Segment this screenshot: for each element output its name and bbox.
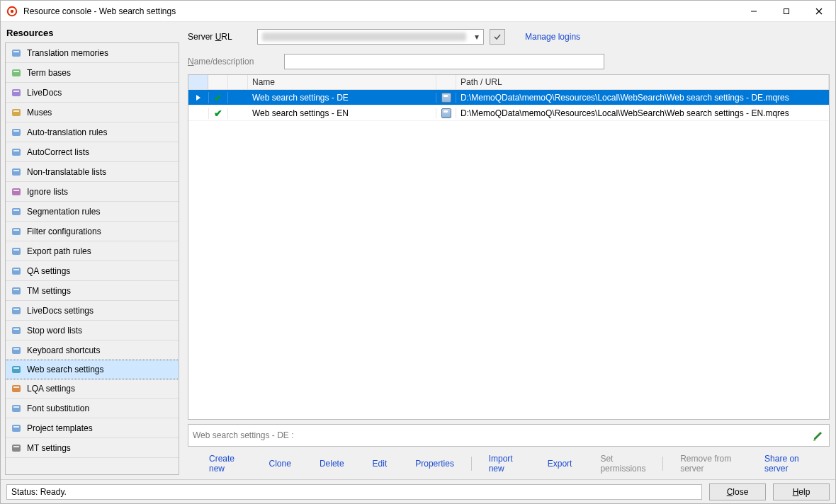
svg-marker-49 <box>814 432 822 440</box>
detail-box: Web search settings - DE : <box>188 424 830 447</box>
minimize-button[interactable] <box>738 1 770 22</box>
sidebar-item[interactable]: Segmentation rules <box>6 202 179 222</box>
maximize-button[interactable] <box>770 1 803 22</box>
manage-logins-link[interactable]: Manage logins <box>525 32 580 42</box>
row-path: D:\MemoQData\memoQ\Resources\Local\WebSe… <box>456 108 829 118</box>
svg-rect-16 <box>12 149 21 156</box>
grid-header-select[interactable] <box>188 75 208 89</box>
svg-rect-8 <box>12 69 21 76</box>
share-on-server-link[interactable]: Share on server <box>764 454 808 474</box>
resource-icon <box>10 185 23 198</box>
resource-icon <box>10 205 23 218</box>
resource-icon <box>10 166 23 178</box>
sidebar-item[interactable]: Term bases <box>6 63 179 83</box>
sidebar-item-label: Web search settings <box>27 365 104 374</box>
sidebar-item[interactable]: Auto-translation rules <box>6 122 179 142</box>
grid-header-loc[interactable] <box>436 75 456 89</box>
sidebar-item[interactable]: Stop word lists <box>6 321 179 340</box>
actions-bar: Create new Clone Delete Edit Properties … <box>188 454 830 474</box>
create-new-link[interactable]: Create new <box>209 454 241 474</box>
delete-link[interactable]: Delete <box>320 459 344 469</box>
svg-rect-23 <box>13 210 19 211</box>
import-new-link[interactable]: Import new <box>489 454 519 474</box>
sidebar-item-label: Non-translatable lists <box>27 167 106 177</box>
svg-rect-19 <box>13 170 19 171</box>
edit-link[interactable]: Edit <box>373 459 388 469</box>
sidebar-item[interactable]: TM settings <box>6 281 179 301</box>
filter-input[interactable] <box>284 54 604 69</box>
sidebar-item[interactable]: Ignore lists <box>6 182 179 202</box>
sidebar-item-label: Term bases <box>27 68 71 78</box>
row-location-icon <box>436 108 456 118</box>
disk-icon <box>441 93 451 103</box>
grid-header-icon[interactable] <box>228 75 248 89</box>
sidebar-item-label: MT settings <box>27 443 71 453</box>
help-button[interactable]: Help <box>773 483 830 500</box>
close-window-button[interactable] <box>803 1 835 22</box>
window-title: Resource console - Web search settings <box>23 6 738 16</box>
sidebar-item-label: Stop word lists <box>27 326 82 336</box>
sidebar-item[interactable]: Project templates <box>6 418 179 438</box>
sidebar-item[interactable]: Keyboard shortcuts <box>6 340 179 360</box>
sidebar-item[interactable]: LiveDocs settings <box>6 301 179 321</box>
status-text: Status: Ready. <box>11 487 67 497</box>
sidebar-item-label: QA settings <box>27 266 70 276</box>
sidebar-item[interactable]: Web search settings <box>5 360 179 379</box>
footer: Status: Ready. Close Help <box>1 479 835 503</box>
row-status: ✔ <box>208 108 228 119</box>
sidebar-item[interactable]: Non-translatable lists <box>6 162 179 182</box>
resource-icon <box>10 382 23 395</box>
resource-icon <box>10 67 23 79</box>
resource-icon <box>10 106 23 119</box>
server-url-label: Server URL <box>188 32 252 42</box>
svg-rect-32 <box>12 307 21 314</box>
sidebar-item[interactable]: LQA settings <box>6 379 179 399</box>
row-status: ✔ <box>208 92 228 103</box>
resource-icon <box>10 344 23 357</box>
sidebar-item[interactable]: Filter configurations <box>6 222 179 241</box>
svg-rect-40 <box>12 385 21 392</box>
window: Resource console - Web search settings R… <box>0 0 836 504</box>
clone-link[interactable]: Clone <box>269 459 291 469</box>
resource-icon <box>10 86 23 99</box>
row-selector[interactable] <box>188 94 208 101</box>
svg-rect-14 <box>12 129 21 136</box>
remove-from-server-link: Remove from server <box>680 454 736 474</box>
grid-header-name[interactable]: Name <box>248 75 436 89</box>
close-button[interactable]: Close <box>709 483 766 500</box>
sidebar-item[interactable]: MT settings <box>6 438 179 458</box>
svg-rect-44 <box>12 425 21 432</box>
filter-label: Name/description <box>188 57 278 67</box>
table-row[interactable]: ✔Web search settings - DED:\MemoQData\me… <box>188 90 829 105</box>
sidebar-item-label: Segmentation rules <box>27 207 100 217</box>
status-bar: Status: Ready. <box>6 484 702 500</box>
sidebar-item[interactable]: AutoCorrect lists <box>6 142 179 162</box>
resource-grid: Name Path / URL ✔Web search settings - D… <box>188 74 830 420</box>
chevron-down-icon[interactable]: ▾ <box>470 32 483 42</box>
properties-link[interactable]: Properties <box>415 459 454 469</box>
sidebar-item-label: Keyboard shortcuts <box>27 345 100 355</box>
detail-text: Web search settings - DE : <box>193 430 294 440</box>
titlebar: Resource console - Web search settings <box>1 1 835 22</box>
app-icon <box>6 6 18 17</box>
separator <box>471 457 472 471</box>
export-link[interactable]: Export <box>548 459 572 469</box>
sidebar-item[interactable]: Translation memories <box>6 43 179 63</box>
sidebar-item-label: LiveDocs <box>27 88 62 98</box>
edit-pen-icon[interactable] <box>812 429 825 442</box>
sidebar-item[interactable]: Muses <box>6 103 179 122</box>
resource-icon <box>10 442 23 454</box>
server-connect-button[interactable] <box>490 29 505 45</box>
svg-rect-10 <box>12 89 21 96</box>
grid-header-status[interactable] <box>208 75 228 89</box>
grid-header-path[interactable]: Path / URL <box>456 75 829 89</box>
sidebar-item-label: Translation memories <box>27 48 108 58</box>
sidebar-item[interactable]: Export path rules <box>6 241 179 261</box>
sidebar-item[interactable]: LiveDocs <box>6 83 179 103</box>
table-row[interactable]: ✔Web search settings - END:\MemoQData\me… <box>188 105 829 121</box>
sidebar-item[interactable]: Font substitution <box>6 399 179 418</box>
server-url-combo[interactable]: ▾ <box>257 29 484 45</box>
row-path: D:\MemoQData\memoQ\Resources\Local\WebSe… <box>456 93 829 103</box>
sidebar-item-label: Font substitution <box>27 403 89 413</box>
sidebar-item[interactable]: QA settings <box>6 261 179 281</box>
